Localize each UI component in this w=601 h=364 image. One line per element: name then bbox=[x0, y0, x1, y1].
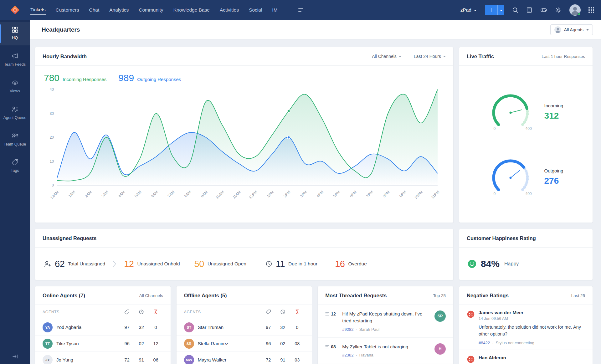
negative-rating-item[interactable]: James van der Meer 14 Jun 09:56 AM Unfor… bbox=[459, 305, 593, 350]
svg-text:20: 20 bbox=[50, 135, 54, 140]
nav-tab-im[interactable]: IM bbox=[272, 0, 277, 20]
agent-row[interactable]: TT Tike Tyson 96 02 12 bbox=[35, 336, 171, 352]
svg-text:5PM: 5PM bbox=[332, 190, 341, 198]
agent-row[interactable]: MW Mayra Walker 72 91 03 bbox=[177, 352, 312, 364]
online-agents-channel-filter[interactable]: All Channels bbox=[139, 293, 163, 298]
threaded-request-item[interactable]: 08 My Zylker Tablet is not charging #238… bbox=[318, 338, 453, 364]
clock-icon bbox=[265, 260, 272, 267]
nav-tab-activities[interactable]: Activities bbox=[220, 0, 239, 20]
request-subject: My Zylker Tablet is not charging bbox=[342, 343, 431, 350]
card-title: Unassigned Requests bbox=[43, 235, 96, 241]
agent-row[interactable]: YA Yod Agbaria 97 32 0 bbox=[35, 319, 171, 336]
due-in-1-hour-stat: 11 Due in 1 hour bbox=[265, 259, 317, 269]
svg-text:12PM: 12PM bbox=[248, 190, 258, 200]
sidebar-item-agent-queue[interactable]: Agent Queue bbox=[0, 101, 30, 125]
agent-name: Havana bbox=[359, 353, 373, 357]
feeds-icon[interactable] bbox=[526, 7, 532, 13]
svg-text:9PM: 9PM bbox=[398, 190, 407, 198]
svg-text:10PM: 10PM bbox=[414, 190, 424, 200]
agents-table-header: AGENTS bbox=[177, 305, 312, 319]
agents-table-header: AGENTS bbox=[35, 305, 171, 319]
settings-gear-icon[interactable] bbox=[555, 7, 562, 13]
card-title: Most Threaded Requests bbox=[325, 293, 387, 299]
time-range-filter-dropdown[interactable]: Last 24 Hours bbox=[414, 54, 446, 59]
svg-text:0: 0 bbox=[52, 183, 54, 187]
outgoing-responses-stat: 989 Outgoing Responses bbox=[118, 73, 181, 83]
chevron-down-icon bbox=[474, 10, 476, 11]
nav-tab-tickets[interactable]: Tickets bbox=[30, 0, 46, 20]
all-agents-filter-button[interactable]: All Agents bbox=[550, 24, 593, 35]
agent-row[interactable]: ST Star Truman 97 32 0 bbox=[177, 319, 312, 336]
online-status-dot bbox=[578, 13, 581, 16]
gamescope-icon[interactable] bbox=[540, 7, 547, 13]
card-title: Hourly Bandwidth bbox=[43, 54, 87, 59]
nav-more-icon[interactable] bbox=[298, 7, 304, 13]
tag-icon bbox=[12, 159, 18, 166]
svg-text:2PM: 2PM bbox=[283, 190, 291, 198]
happy-smiley-icon bbox=[467, 259, 477, 269]
plus-icon bbox=[489, 8, 494, 13]
agent-row[interactable]: JY Jo Yung 72 91 06 bbox=[35, 352, 171, 364]
sidebar-item-tags[interactable]: Tags bbox=[0, 154, 30, 178]
nav-tab-chat[interactable]: Chat bbox=[89, 0, 99, 20]
nav-tab-social[interactable]: Social bbox=[249, 0, 262, 20]
most-threaded-requests-card: Most Threaded Requests Top 25 12 Hi! My … bbox=[317, 286, 454, 364]
nav-tab-customers[interactable]: Customers bbox=[56, 0, 79, 20]
time-clock-icon bbox=[275, 309, 290, 315]
avatar: TT bbox=[43, 339, 53, 349]
chevron-down-icon bbox=[500, 10, 502, 11]
ticket-subject: Stylus not connecting bbox=[496, 341, 534, 345]
svg-text:7PM: 7PM bbox=[365, 190, 374, 198]
incoming-responses-stat: 780 Incoming Responses bbox=[44, 73, 106, 83]
agent-row[interactable]: SR Stella Ramirez 96 02 08 bbox=[177, 336, 312, 352]
divider bbox=[256, 257, 256, 271]
happiness-percent: 84% bbox=[481, 259, 500, 269]
channels-filter-dropdown[interactable]: All Channels bbox=[372, 54, 401, 59]
add-button[interactable] bbox=[485, 5, 497, 15]
thread-lines-icon bbox=[325, 312, 329, 316]
thread-count: 08 bbox=[325, 343, 338, 358]
sidebar-item-team-queue[interactable]: Team Queue bbox=[0, 128, 30, 152]
search-icon[interactable] bbox=[512, 7, 518, 13]
top-25-filter[interactable]: Top 25 bbox=[433, 293, 446, 298]
card-title: Live Traffic bbox=[467, 54, 494, 59]
offline-agents-card: Offline Agents (5) AGENTS ST Star Truman… bbox=[176, 286, 312, 364]
zoho-desk-logo[interactable] bbox=[0, 5, 30, 15]
customer-name: James van der Meer bbox=[479, 310, 523, 315]
avatar: JY bbox=[43, 355, 53, 364]
top-nav-actions: zPad bbox=[460, 4, 601, 16]
ticket-id-link[interactable]: #8422 bbox=[479, 341, 490, 345]
svg-text:11AM: 11AM bbox=[232, 190, 241, 199]
nav-tab-knowledge-base[interactable]: Knowledge Base bbox=[173, 0, 210, 20]
svg-text:4AM: 4AM bbox=[117, 190, 126, 198]
sidebar-item-views[interactable]: Views bbox=[0, 74, 30, 99]
top-navigation-bar: Tickets Customers Chat Analytics Communi… bbox=[0, 0, 601, 20]
ticket-id-link[interactable]: #2382 bbox=[342, 353, 353, 357]
department-select[interactable]: zPad bbox=[460, 7, 476, 13]
last-25-filter[interactable]: Last 25 bbox=[571, 293, 585, 298]
hq-grid-icon bbox=[12, 27, 18, 33]
nav-tab-analytics[interactable]: Analytics bbox=[109, 0, 129, 20]
sidebar-collapse-icon[interactable] bbox=[0, 353, 30, 360]
chevron-down-icon bbox=[443, 56, 446, 57]
sidebar: HQ Team Feeds Views Agent Queue Team Que… bbox=[0, 20, 30, 364]
nav-tab-community[interactable]: Community bbox=[139, 0, 163, 20]
svg-text:11PM: 11PM bbox=[430, 190, 440, 199]
threaded-request-item[interactable]: 12 Hi! My zPad Keeps shutting down. I’ve… bbox=[318, 305, 453, 338]
sidebar-item-team-feeds[interactable]: Team Feeds bbox=[0, 48, 30, 72]
add-dropdown-caret[interactable] bbox=[497, 5, 504, 15]
chevron-right-icon bbox=[113, 260, 116, 267]
main-area: Headquarters All Agents Hourly Bandwidth… bbox=[30, 20, 601, 364]
time-clock-icon bbox=[134, 309, 149, 315]
unassigned-requests-card: Unassigned Requests 62 Total Unassigned … bbox=[35, 229, 454, 280]
user-avatar[interactable] bbox=[569, 4, 581, 16]
bandwidth-stats: 780 Incoming Responses 989 Outgoing Resp… bbox=[35, 66, 453, 83]
svg-text:3AM: 3AM bbox=[100, 190, 109, 198]
apps-grid-icon[interactable] bbox=[588, 7, 594, 13]
negative-rating-item[interactable]: Han Alderan bbox=[459, 350, 593, 364]
person-add-icon bbox=[44, 260, 51, 268]
ticket-id-link[interactable]: #9282 bbox=[342, 327, 353, 332]
card-title: Offline Agents (5) bbox=[184, 293, 227, 299]
sidebar-item-hq[interactable]: HQ bbox=[0, 22, 30, 45]
main-menu: Tickets Customers Chat Analytics Communi… bbox=[30, 0, 304, 20]
